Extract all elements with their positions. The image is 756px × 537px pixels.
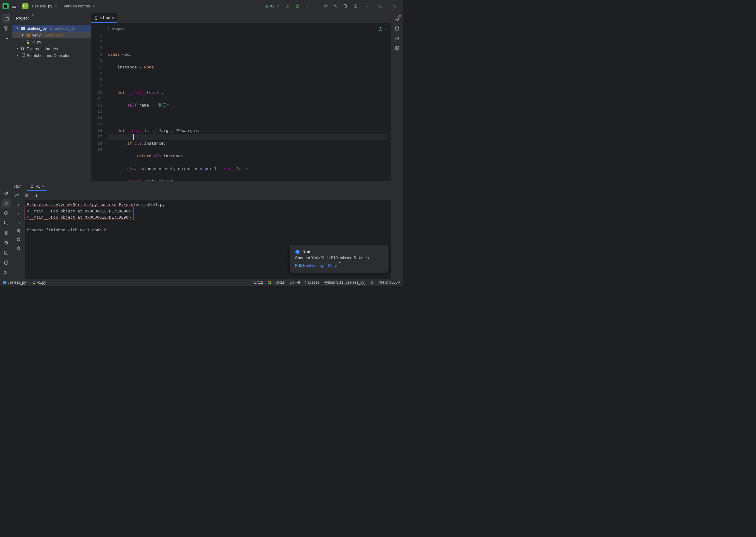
rerun-button[interactable] [13,192,20,199]
tree-item-root[interactable]: useless_py E:\useless_py [12,25,91,32]
print-button[interactable] [15,236,22,243]
run-config-selector[interactable]: v1 [262,2,282,11]
notification-popup: Run Shortcut 'Ctrl+Shift+F10' missed 51 … [290,245,388,272]
more-tools-button[interactable] [2,34,11,43]
services-tool-button[interactable] [2,228,11,237]
tree-label: venv [32,33,41,37]
breadcrumb-segment: v1.py [37,280,46,285]
svg-point-22 [4,271,6,272]
titlebar: UP useless_py Version control v1 文A [0,0,403,12]
tree-item-ext-libs[interactable]: External Libraries [12,45,91,52]
scroll-up-button[interactable]: ↑ [15,201,22,208]
readonly-icon[interactable] [370,281,374,284]
caret-position[interactable]: 17:12 [254,280,263,285]
library-icon [20,46,25,51]
code-editor[interactable]: 2 usages ✓ 1 2 3 4 5 6 7⬌ 8 9 10 11 12 1… [91,23,391,181]
indent-indicator[interactable]: 4 spaces [304,280,319,285]
close-window-button[interactable] [388,2,401,11]
minimize-button[interactable] [361,2,373,11]
notification-more-link[interactable]: More [328,263,341,268]
editor-tab[interactable]: v1.py × [91,13,117,23]
tree-item-scratches[interactable]: Scratches and Consoles [12,52,91,59]
tabs-more-button[interactable] [384,15,388,19]
svg-point-36 [36,194,37,194]
tree-hint: E:\useless_py [50,26,75,31]
tree-label: Scratches and Consoles [27,53,70,58]
scroll-to-end-button[interactable] [15,227,22,234]
svg-rect-14 [6,29,7,30]
structure-tool-button[interactable] [2,24,11,33]
scratches-icon [20,53,25,58]
project-selector[interactable]: useless_py [30,2,60,11]
profiler-tool-button[interactable] [2,209,11,217]
breadcrumb[interactable]: useless_py › v1.py [2,280,46,285]
run-button[interactable] [283,2,292,11]
close-tab-button[interactable]: × [112,16,114,21]
tree-label: useless_py [27,26,47,31]
svg-point-2 [296,5,298,8]
memory-indicator[interactable]: 704 of 3500M [378,280,401,285]
run-tabs-bar: Run v1 × [12,181,391,191]
editor-area: v1.py × 2 usages ✓ 1 2 3 4 5 6 7⬌ 8 9 10… [91,12,391,181]
version-control-menu[interactable]: Version control [61,2,98,11]
python-file-icon [94,16,99,20]
svg-rect-35 [25,194,28,197]
svg-point-33 [386,18,386,19]
debug-button[interactable] [293,2,301,11]
main-menu-button[interactable] [10,2,19,11]
translate-button[interactable]: 文A [331,2,340,11]
project-panel-header[interactable]: Project [12,12,91,23]
terminal-tool-button[interactable] [2,248,11,257]
interpreter-indicator[interactable]: Python 3.11 (useless_py) [324,280,365,285]
code-with-me-button[interactable] [321,2,330,11]
close-run-tab-button[interactable]: × [42,184,45,188]
project-tree[interactable]: useless_py E:\useless_py venv library ro… [12,23,91,60]
pycharm-logo-icon [2,3,9,9]
project-tool-button[interactable] [2,14,11,23]
soft-wrap-button[interactable] [15,218,22,226]
run-tab[interactable]: v1 × [27,183,47,191]
git-tool-button[interactable] [2,268,11,277]
stop-button[interactable] [23,192,30,199]
clear-all-button[interactable] [15,244,22,252]
edit-keybinding-link[interactable]: Edit Keybinding [295,263,323,268]
svg-point-6 [324,5,326,6]
svg-point-23 [4,273,6,274]
module-icon [2,281,6,284]
maximize-button[interactable] [375,2,387,11]
settings-button[interactable] [351,2,360,11]
more-run-actions[interactable] [303,2,311,11]
debug-tool-button[interactable] [2,238,11,247]
svg-point-17 [7,38,7,39]
override-gutter-icon[interactable]: ⬌ [99,71,101,77]
svg-rect-43 [3,281,6,284]
tree-item-file[interactable]: v1.py [12,38,91,45]
svg-rect-47 [269,283,271,284]
windows-icon [267,281,271,284]
editor-tabs-bar: v1.py × [91,12,391,23]
encoding-indicator[interactable]: UTF-8 [290,280,300,285]
search-everywhere-button[interactable] [341,2,350,11]
notifications-button[interactable] [393,14,402,23]
run-panel-title: Run [14,184,22,188]
problems-tool-button[interactable] [2,258,11,267]
svg-point-27 [397,38,398,39]
svg-point-31 [386,16,386,16]
database-tool-button[interactable] [393,24,402,33]
sciview-tool-button[interactable] [393,34,402,43]
svg-rect-46 [268,283,269,284]
run-more-actions[interactable] [33,192,40,199]
gutter[interactable]: 1 2 3 4 5 6 7⬌ 8 9 10 11 12 13 14 15 16 … [91,23,108,181]
python-console-button[interactable] [2,219,11,227]
documentation-tool-button[interactable] [393,44,402,53]
line-separator[interactable]: CRLF [276,280,285,285]
svg-rect-44 [268,281,269,282]
run-tool-button[interactable] [2,199,11,207]
svg-point-16 [6,38,6,39]
editor-tab-label: v1.py [100,16,110,20]
svg-point-19 [5,241,8,244]
tree-item-venv[interactable]: venv library root [12,32,91,38]
scroll-down-button[interactable]: ↓ [15,210,22,217]
status-bar: useless_py › v1.py 17:12 CRLF UTF-8 4 sp… [0,279,403,286]
python-packages-button[interactable] [2,189,11,198]
